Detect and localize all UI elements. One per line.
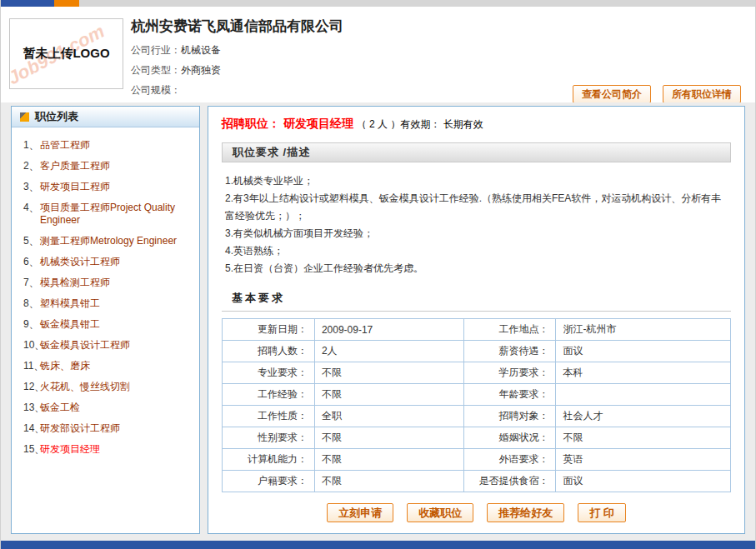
job-headcount: （ 2 人 ） [357,118,401,130]
job-number: 5、 [17,235,40,247]
job-list-item: 9、钣金模具钳工 [17,314,194,335]
req-value: 不限 [314,427,463,449]
req-value: 面议 [556,471,731,492]
job-list-item: 14、研发部设计工程师 [17,418,194,439]
job-number: 4、 [17,202,40,227]
description-line: 2.有3年以上结构设计或塑料模具、钣金模具设计工作经验.（熟练使用相关FEA软件… [225,190,728,225]
req-label: 专业要求： [223,362,315,384]
description-line: 1.机械类专业毕业； [225,172,728,190]
table-row: 专业要求： 不限 学历要求： 本科 [223,362,731,384]
view-company-profile-button[interactable]: 查看公司简介 [573,85,651,103]
job-link[interactable]: 研发项目经理 [40,443,100,456]
req-value: 英语 [556,449,731,471]
job-link[interactable]: 品管工程师 [40,139,90,152]
req-label: 薪资待遇： [463,341,556,362]
company-scale-field: 公司规模： [131,83,181,97]
job-link[interactable]: 钣金模具设计工程师 [40,339,130,352]
save-job-button[interactable]: 收藏职位 [407,503,473,522]
req-label: 招聘对象： [463,406,556,427]
job-list-item: 4、项目质量工程师Project Quality Engineer [17,197,194,231]
company-logo-placeholder: Job991.com 暂未上传LOGO [9,18,123,89]
job-number: 6、 [17,256,40,268]
req-value: 2人 [314,341,463,362]
job-link[interactable]: 测量工程师Metrology Engineer [40,235,177,247]
job-list-item: 1、品管工程师 [17,135,194,156]
job-list-item: 10、钣金模具设计工程师 [17,335,194,356]
bottom-bar [1,541,755,549]
job-list-item: 13、钣金工检 [17,397,194,418]
job-link[interactable]: 模具检测工程师 [40,277,110,289]
top-bar [1,0,755,7]
job-link[interactable]: 塑料模具钳工 [40,297,100,310]
job-list-title: 职位列表 [35,109,78,124]
req-value: 全职 [314,406,463,427]
company-header: Job991.com 暂未上传LOGO 杭州安费诺飞凤通信部品有限公司 公司行业… [1,7,755,102]
job-list-item: 12、火花机、慢丝线切割 [17,377,194,397]
req-label: 招聘人数： [223,341,315,362]
req-value: 浙江-杭州市 [556,319,731,341]
job-number: 8、 [17,297,40,310]
job-link[interactable]: 火花机、慢丝线切割 [40,381,130,393]
req-label: 外语要求： [463,449,556,471]
industry-value: 机械设备 [181,44,221,56]
req-value: 不限 [314,449,463,471]
job-detail-panel: 招聘职位： 研发项目经理 （ 2 人 ）有效期： 长期有效 职位要求 /描述 1… [208,106,745,534]
req-value: 不限 [314,384,463,406]
table-row: 性别要求： 不限 婚姻状况： 不限 [223,427,731,449]
company-name: 杭州安费诺飞凤通信部品有限公司 [131,17,343,36]
topbar-orange-segment [54,0,79,7]
job-number: 12、 [17,381,40,393]
job-number: 9、 [17,318,40,331]
basic-requirements-header: 基本要求 [222,291,731,312]
req-label: 学历要求： [463,362,556,384]
req-value: 2009-09-17 [314,319,463,341]
req-value [556,384,731,406]
job-link[interactable]: 钣金模具钳工 [40,318,100,331]
job-link[interactable]: 研发部设计工程师 [40,422,120,435]
table-row: 招聘人数： 2人 薪资待遇： 面议 [223,341,731,362]
requirements-section-header: 职位要求 /描述 [222,142,731,162]
table-row: 更新日期： 2009-09-17 工作地点： 浙江-杭州市 [223,319,731,341]
req-value: 不限 [314,362,463,384]
job-link[interactable]: 铣床、磨床 [40,360,90,372]
basic-requirements-table: 更新日期： 2009-09-17 工作地点： 浙江-杭州市 招聘人数： 2人 薪… [222,318,731,492]
company-type-field: 公司类型：外商独资 [131,63,221,77]
validity-value: 长期有效 [440,118,483,130]
recommend-to-friend-button[interactable]: 推荐给好友 [487,503,564,522]
job-link[interactable]: 机械类设计工程师 [40,256,120,268]
job-list-item: 11、铣床、磨床 [17,356,194,377]
req-label: 是否提供食宿： [463,471,556,492]
job-number: 14、 [17,422,40,435]
job-description: 1.机械类专业毕业； 2.有3年以上结构设计或塑料模具、钣金模具设计工作经验.（… [225,172,728,277]
job-link[interactable]: 客户质量工程师 [40,160,110,172]
req-value: 不限 [314,471,463,492]
topbar-gray-segment [79,0,755,7]
scale-label: 公司规模： [131,84,181,96]
print-button[interactable]: 打 印 [578,503,626,522]
job-number: 2、 [17,160,40,172]
req-label: 工作经验： [223,384,315,406]
apply-now-button[interactable]: 立刻申请 [327,503,393,522]
table-row: 计算机能力： 不限 外语要求： 英语 [223,449,731,471]
job-number: 13、 [17,402,40,414]
description-line: 3.有类似机械方面项目开发经验； [225,225,728,242]
req-value: 不限 [556,427,731,449]
job-list-item: 3、研发项目工程师 [17,177,194,197]
req-label: 工作性质： [223,406,315,427]
job-number: 15、 [17,443,40,456]
description-line: 5.在日资（台资）企业工作经验者优先考虑。 [225,260,728,277]
action-buttons-row: 立刻申请 收藏职位 推荐给好友 打 印 [222,503,731,522]
industry-label: 公司行业： [131,44,181,56]
job-number: 3、 [17,181,40,193]
table-row: 户籍要求： 不限 是否提供食宿： 面议 [223,471,731,492]
all-jobs-button[interactable]: 所有职位详情 [663,85,741,103]
req-label: 婚姻状况： [463,427,556,449]
job-link[interactable]: 项目质量工程师Project Quality Engineer [40,202,194,227]
req-value: 面议 [556,341,731,362]
job-link[interactable]: 研发项目工程师 [40,181,110,193]
topbar-blue-segment [1,0,54,7]
req-value: 本科 [556,362,731,384]
job-title-label: 招聘职位： [222,117,280,130]
job-link[interactable]: 钣金工检 [40,402,80,414]
table-row: 工作经验： 不限 年龄要求： [223,384,731,406]
